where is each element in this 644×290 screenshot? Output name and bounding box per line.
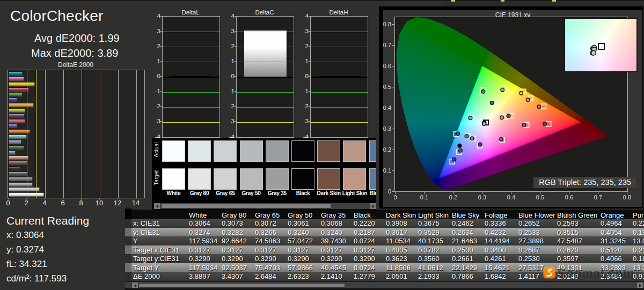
table-cell: 27.5317 (518, 264, 544, 272)
reference-line-yellow (36, 70, 36, 198)
cie-x-label: 0.7 (594, 194, 602, 200)
table-cell: 0.3266 (255, 228, 276, 236)
actual-swatch-gray-65 (214, 140, 237, 162)
table-cell: 0.2193 (633, 246, 644, 254)
delta-y-label: 4 (222, 13, 235, 19)
table-cell: 0.3127 (321, 246, 342, 254)
table-row: Target y:CIE310.32900.32900.32900.32900.… (131, 254, 644, 263)
actual-swatch-dark-skin (317, 140, 340, 162)
actual-swatch-black (291, 140, 314, 162)
target-swatch-blue-sky (369, 168, 376, 190)
rgb-triplet-badge: RGB Triplet: 235, 235, 235 (533, 177, 636, 188)
table-cell: 75.4793 (255, 264, 280, 272)
table-row-header: y: CIE31 (133, 228, 160, 236)
gridline-x-12 (118, 70, 119, 198)
cie-x-label: 0.4 (507, 194, 515, 200)
table-row-gutter (125, 236, 131, 246)
patch-scrollbar-thumb[interactable] (161, 204, 331, 209)
table-cell: 2.1410 (321, 272, 342, 280)
table-cell: 0.2652 (518, 219, 540, 227)
reference-line-y-1 (311, 62, 368, 62)
patch-row-label-actual: Actual (153, 142, 159, 159)
delta-y-tick (309, 137, 310, 137)
cie-y-tick (392, 87, 394, 87)
table-corner-cell (125, 209, 131, 220)
delta-y-tick (160, 76, 162, 77)
reference-line-y-3 (163, 32, 219, 32)
table-cell: 0.4232 (485, 228, 506, 236)
table-cell: 0.2620 (557, 246, 579, 254)
table-cell: 0.2500 (452, 246, 473, 254)
cie-y-label: 0.2 (376, 146, 391, 153)
delta-y-label: 1 (296, 58, 309, 64)
table-cell: 22.1429 (452, 264, 477, 272)
table-cell: 0.2533 (518, 228, 540, 236)
table-row-header: ΔE 2000 (133, 272, 160, 280)
cie-y-label: 0.5 (376, 84, 391, 90)
table-cell: 41.0612 (418, 264, 443, 272)
delta-y-label: 1 (148, 58, 160, 64)
top-crop-band (444, 1, 644, 5)
de-x-label: 2 (24, 199, 28, 207)
max-de2000-label: Max dE2000: 3.89 (31, 47, 118, 60)
delta-y-tick (235, 16, 236, 17)
table-cell: 0.0724 (354, 237, 375, 245)
current-reading-line: fL: 34.321 (6, 259, 47, 270)
target-swatch-gray-80 (188, 168, 211, 190)
delta-y-tick (160, 16, 162, 17)
delta-y-label: -1 (296, 88, 309, 94)
table-row-gutter (125, 272, 131, 281)
table-cell: 0.0724 (354, 264, 375, 272)
table-row: Target x:CIE310.31270.31270.31270.31270.… (131, 246, 644, 255)
de-bar-green (9, 92, 23, 96)
bottom-strip (125, 288, 644, 290)
target-swatch-light-skin (343, 168, 366, 190)
table-row-header: Target y:CIE31 (133, 255, 179, 263)
delta-y-label: 0 (148, 73, 160, 79)
table-cell: 0.3061 (288, 219, 309, 227)
de-bar-magenta (9, 77, 24, 81)
cie-x-label: 0.2 (449, 194, 457, 200)
delta-y-tick (309, 31, 310, 32)
table-scrollbar-thumb[interactable] (138, 283, 345, 288)
reference-line-y-1 (237, 62, 294, 62)
reference-line-y--1 (311, 92, 368, 93)
de-bar-orange-yellow (9, 103, 34, 107)
deltal-bar (170, 76, 213, 78)
patch-label: Gray 65 (213, 190, 238, 196)
de-bar-black (9, 166, 20, 170)
table-row-header: Target Y (133, 264, 159, 272)
table-cell: 0.3336 (485, 219, 506, 227)
target-swatch-gray-50 (240, 168, 263, 190)
delta-y-label: 1 (222, 58, 235, 64)
table-cell: 117.5934 (189, 264, 217, 272)
table-cell: 15.4621 (485, 264, 510, 272)
cie-y-tick (392, 150, 394, 150)
table-cell: 0.4964 (601, 219, 622, 227)
table-cell: 0.3240 (321, 228, 342, 236)
delta-y-tick (160, 46, 162, 47)
table-cell: 0.3064 (189, 219, 210, 227)
delta-y-tick (309, 121, 310, 122)
delta-y-tick (235, 121, 236, 122)
table-cell: 0.3782 (418, 246, 440, 254)
delta-y-tick (160, 137, 162, 137)
patch-label: Blue Sky (368, 190, 376, 196)
scroll-right-icon (639, 284, 641, 287)
table-cell: 2.1933 (418, 272, 440, 280)
delta-y-label: -2 (148, 103, 160, 109)
cie-x-label: 0.1 (420, 194, 428, 200)
yellow-speck (552, 0, 556, 2)
table-cell: 14.4194 (485, 237, 510, 245)
table-cell: 0.3597 (557, 255, 579, 263)
table-cell: 57.0472 (288, 237, 313, 245)
table-cell: 2.6484 (255, 272, 276, 280)
cie-y-tick (392, 66, 394, 66)
patch-label: Gray 35 (264, 190, 290, 196)
table-column-header: Black (354, 211, 371, 219)
table-row-header: x: CIE31 (133, 219, 160, 227)
patch-label: Dark Skin (316, 190, 342, 196)
table-cell: 1.2779 (354, 272, 375, 280)
patch-label: Light Skin (342, 190, 368, 196)
target-swatch-white (162, 168, 185, 190)
